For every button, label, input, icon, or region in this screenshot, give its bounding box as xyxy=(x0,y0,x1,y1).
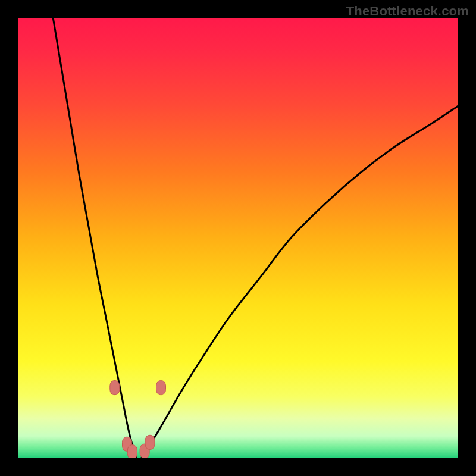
curve-marker-5 xyxy=(156,381,166,395)
chart-frame: TheBottleneck.com xyxy=(0,0,476,476)
watermark-text: TheBottleneck.com xyxy=(346,4,469,19)
curve-marker-2 xyxy=(127,445,137,458)
gradient-bg xyxy=(18,18,458,458)
curve-marker-0 xyxy=(110,381,120,395)
plot-area xyxy=(18,18,458,458)
curve-marker-4 xyxy=(145,435,155,449)
plot-svg xyxy=(18,18,458,458)
